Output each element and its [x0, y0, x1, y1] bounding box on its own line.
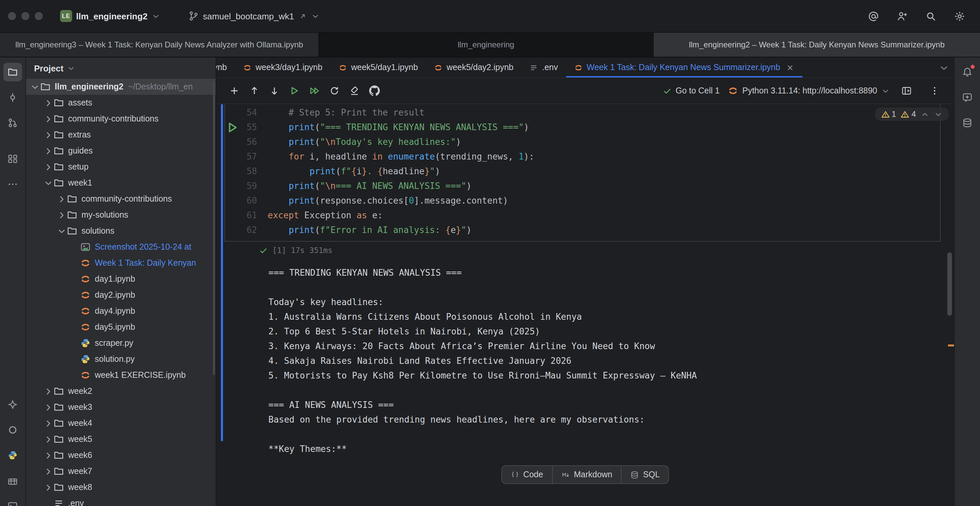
chevron-right-icon[interactable]: [43, 434, 53, 444]
tree-item-solutions[interactable]: solutions: [26, 223, 216, 239]
editor-tab-env[interactable]: .env: [521, 57, 566, 78]
tree-item-solution-py[interactable]: solution.py: [26, 351, 216, 367]
tree-item-assets[interactable]: assets: [26, 95, 216, 111]
panel-scrollbar[interactable]: [213, 81, 215, 375]
editor-tab-week5-day2-ipynb[interactable]: week5/day2.ipynb: [426, 57, 521, 78]
tree-item-week1[interactable]: week1: [26, 175, 216, 191]
tree-item-community-contributions[interactable]: community-contributions: [26, 191, 216, 207]
database-button[interactable]: [958, 113, 977, 132]
add-code-cell-button[interactable]: Code: [502, 466, 552, 483]
prev-problem-button[interactable]: [921, 110, 929, 118]
code-line[interactable]: 55 print("=== TRENDING KENYAN NEWS ANALY…: [225, 120, 940, 135]
tree-item-week7[interactable]: week7: [26, 463, 216, 479]
terminal-button[interactable]: [3, 496, 22, 506]
ai-assistant-button[interactable]: [3, 395, 22, 414]
code-line[interactable]: 60 print(response.choices[0].message.con…: [225, 194, 940, 208]
code-with-me-button[interactable]: [897, 10, 908, 22]
run-cell-gutter-icon[interactable]: [225, 120, 240, 135]
code-line[interactable]: 62 print(f"Error in AI analysis: {e}"): [225, 223, 940, 238]
code-line[interactable]: 58 print(f"{i}. {headline}"): [225, 164, 940, 179]
code-line[interactable]: 61except Exception as e:: [225, 208, 940, 223]
run-cell-button[interactable]: [286, 82, 303, 99]
tree-item-llm-engineering2[interactable]: llm_engineering2~/Desktop/llm_en: [26, 79, 216, 95]
python-packages-button[interactable]: [3, 446, 22, 465]
commit-button[interactable]: [3, 88, 22, 107]
tree-item-env[interactable]: .env: [26, 495, 216, 506]
add-markdown-cell-button[interactable]: Markdown: [552, 466, 622, 483]
chevron-right-icon[interactable]: [57, 210, 67, 220]
tree-item-my-solutions[interactable]: my-solutions: [26, 207, 216, 223]
structure-button[interactable]: [3, 150, 22, 168]
window-zoom-button[interactable]: [35, 12, 43, 20]
add-cell-button[interactable]: [226, 82, 243, 99]
tree-item-setup[interactable]: setup: [26, 159, 216, 175]
chevron-right-icon[interactable]: [43, 130, 53, 140]
restart-kernel-button[interactable]: [326, 82, 343, 99]
tree-item-day1-ipynb[interactable]: day1.ipynb: [26, 271, 216, 287]
editor-tab-week-1-task-daily-kenyan-news-summarizer-ipynb[interactable]: Week 1 Task: Daily Kenyan News Summarize…: [566, 57, 802, 78]
tree-item-week5[interactable]: week5: [26, 431, 216, 447]
clear-outputs-button[interactable]: [346, 82, 363, 99]
chevron-right-icon[interactable]: [43, 450, 53, 460]
chevron-down-icon[interactable]: [30, 82, 40, 92]
tree-item-week3[interactable]: week3: [26, 399, 216, 415]
tree-item-scraper-py[interactable]: scraper.py: [26, 335, 216, 351]
editor-tab-ipynb[interactable]: ipynb: [216, 57, 235, 78]
hidden-tabs-button[interactable]: [939, 63, 949, 73]
code-line[interactable]: 56 print("\nToday's key headlines:"): [225, 135, 940, 150]
window-close-button[interactable]: [8, 12, 16, 20]
chevron-right-icon[interactable]: [43, 386, 53, 396]
more-options-button[interactable]: [926, 82, 943, 99]
code-line[interactable]: 59 print("\n=== AI NEWS ANALYSIS ==="): [225, 179, 940, 194]
project-switcher[interactable]: LE llm_engineering2: [55, 7, 165, 25]
weak-warning-count[interactable]: 1: [881, 110, 896, 119]
editor-tab-week3-day1-ipynb[interactable]: week3/day1.ipynb: [235, 57, 331, 78]
github-button[interactable]: [366, 82, 383, 99]
window-tab-llm-engineering2[interactable]: llm_engineering2 – Week 1 Task: Daily Ke…: [654, 33, 980, 57]
next-problem-button[interactable]: [934, 110, 943, 118]
tree-item-week2[interactable]: week2: [26, 383, 216, 399]
code-line[interactable]: 57 for i, headline in enumerate(trending…: [225, 150, 940, 164]
chevron-right-icon[interactable]: [43, 146, 53, 156]
project-button[interactable]: [3, 63, 22, 81]
run-all-cells-button[interactable]: [306, 82, 323, 99]
chevron-right-icon[interactable]: [43, 162, 53, 172]
chevron-right-icon[interactable]: [43, 114, 53, 124]
search-everywhere-button[interactable]: [925, 10, 937, 22]
tree-item-day4-ipynb[interactable]: day4.ipynb: [26, 303, 216, 319]
chevron-right-icon[interactable]: [43, 418, 53, 428]
tree-item-extras[interactable]: extras: [26, 127, 216, 143]
chevron-right-icon[interactable]: [43, 482, 53, 492]
move-cell-up-button[interactable]: [246, 82, 263, 99]
code-cell[interactable]: 54 # Step 5: Print the result55 print("=…: [224, 104, 940, 242]
notifications-button[interactable]: [958, 63, 977, 81]
tree-item-week4[interactable]: week4: [26, 415, 216, 431]
tree-item-screenshot-2025-10-24-at[interactable]: Screenshot 2025-10-24 at: [26, 239, 216, 255]
settings-button[interactable]: [954, 10, 965, 22]
add-sql-cell-button[interactable]: SQL: [622, 466, 668, 483]
project-panel-header[interactable]: Project: [26, 57, 216, 79]
editor-tab-week5-day1-ipynb[interactable]: week5/day1.ipynb: [331, 57, 426, 78]
move-cell-down-button[interactable]: [266, 82, 283, 99]
window-tab-llm-engineering[interactable]: llm_engineering: [319, 33, 654, 57]
window-tab-llm-engineering3[interactable]: llm_engineering3 – Week 1 Task: Kenyan D…: [0, 33, 319, 57]
editor-scrollbar[interactable]: [947, 252, 952, 316]
chevron-right-icon[interactable]: [43, 466, 53, 476]
ai-chat-button[interactable]: [958, 88, 977, 107]
go-to-cell-button[interactable]: Go to Cell 1: [663, 86, 720, 95]
tree-item-community-contributions[interactable]: community-contributions: [26, 111, 216, 127]
warning-stripe-mark[interactable]: [948, 344, 954, 347]
open-in-browser-button[interactable]: [898, 82, 915, 99]
branch-switcher[interactable]: samuel_bootcamp_wk1: [183, 8, 325, 24]
more-tool-windows-button[interactable]: [3, 175, 22, 194]
chevron-right-icon[interactable]: [43, 402, 53, 412]
tree-item-day2-ipynb[interactable]: day2.ipynb: [26, 287, 216, 303]
tree-item-day5-ipynb[interactable]: day5.ipynb: [26, 319, 216, 335]
kernel-selector[interactable]: Python 3.11.14: http://localhost:8890: [728, 86, 890, 96]
services-button[interactable]: [3, 471, 22, 490]
chevron-right-icon[interactable]: [57, 194, 67, 204]
tree-item-week8[interactable]: week8: [26, 479, 216, 495]
tree-item-week1-exercise-ipynb[interactable]: week1 EXERCISE.ipynb: [26, 367, 216, 383]
warning-count[interactable]: 4: [901, 110, 916, 119]
ai-mention-button[interactable]: [868, 10, 879, 22]
